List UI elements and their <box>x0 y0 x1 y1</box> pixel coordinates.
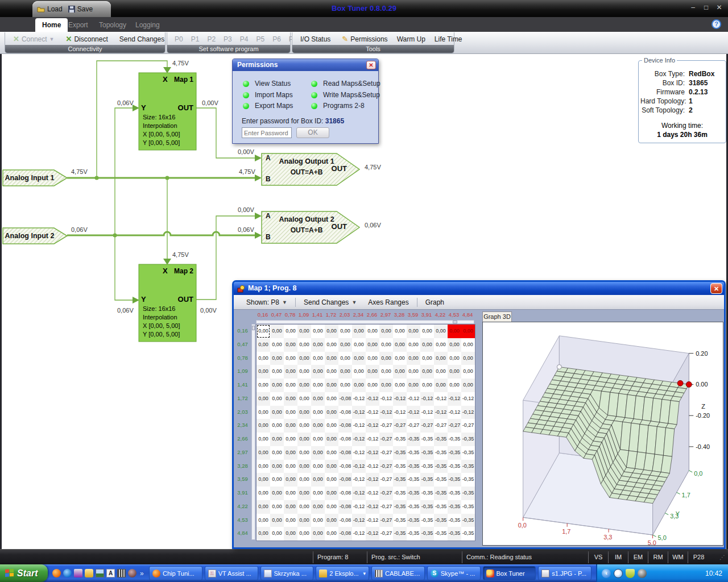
grid-cell[interactable]: -0,27 <box>393 419 407 433</box>
close-icon[interactable]: ✕ <box>366 61 376 69</box>
program-button-p2[interactable]: P2 <box>203 35 220 43</box>
grid-cell[interactable]: 0,00 <box>284 446 297 460</box>
grid-cell[interactable]: 0,00 <box>434 352 448 365</box>
grid-cell[interactable]: 0,00 <box>325 406 338 419</box>
grid-cell[interactable]: 0,00 <box>366 379 379 392</box>
grid-cell[interactable]: 0,00 <box>407 379 420 392</box>
grid-cell[interactable]: -0,27 <box>379 460 393 473</box>
grid-cell[interactable]: -0,35 <box>434 527 448 541</box>
analog-output-2-block[interactable]: A B Analog Output 2 OUT=A+B OUT <box>262 211 359 243</box>
grid-cell[interactable]: -0,12 <box>366 433 379 446</box>
grid-cell[interactable]: -0,35 <box>393 527 407 541</box>
grid-col-header[interactable]: 2,03 <box>338 311 351 319</box>
grid-cell[interactable]: -0,12 <box>352 487 366 500</box>
grid-cell[interactable]: -0,12 <box>352 527 366 541</box>
grid-cell[interactable]: -0,12 <box>420 406 434 419</box>
grid-cell[interactable]: -0,08 <box>338 446 352 460</box>
grid-col-header[interactable]: 4,53 <box>447 311 461 319</box>
grid-cell[interactable]: -0,12 <box>366 527 379 541</box>
grid-cell[interactable]: 0,00 <box>325 392 338 406</box>
grid-cell[interactable]: -0,35 <box>434 473 448 487</box>
grid-cell[interactable]: -0,35 <box>448 527 461 541</box>
grid-cell[interactable]: -0,08 <box>338 392 352 406</box>
connect-button[interactable]: ✕ Connect ▼ <box>9 35 59 43</box>
grid-cell[interactable]: 0,00 <box>325 487 338 500</box>
analog-output-1-block[interactable]: A B Analog Output 1 OUT=A+B OUT <box>262 153 359 185</box>
grid-cell[interactable]: -0,35 <box>448 473 461 487</box>
grid-cell[interactable]: 0,00 <box>325 325 338 338</box>
grid-cell[interactable]: 0,00 <box>284 365 297 379</box>
grid-cell[interactable]: 0,00 <box>257 446 270 460</box>
grid-cell[interactable]: -0,12 <box>379 392 393 406</box>
grid-cell[interactable]: -0,12 <box>352 419 366 433</box>
grid-cell[interactable]: -0,35 <box>420 487 434 500</box>
grid-cell[interactable]: 0,00 <box>420 325 434 338</box>
taskbar-button-skype[interactable]: Skype™ - ... <box>427 566 481 580</box>
grid-row-header[interactable]: 3,59 <box>234 472 251 486</box>
taskbar-button-image-viewer[interactable]: s1.JPG - P... <box>538 566 592 580</box>
grid-cell[interactable]: 0,00 <box>352 379 366 392</box>
grid-cell[interactable]: -0,12 <box>434 392 448 406</box>
grid-row-header[interactable]: 1,09 <box>234 364 251 378</box>
grid-cell[interactable]: 0,00 <box>325 433 338 446</box>
grid-cell[interactable]: 0,00 <box>311 325 325 338</box>
grid-cell[interactable]: 0,00 <box>325 419 338 433</box>
grid-cell[interactable]: -0,35 <box>461 473 475 487</box>
program-button-p3[interactable]: P3 <box>220 35 236 43</box>
grid-cell[interactable]: 0,00 <box>297 446 311 460</box>
minimize-icon[interactable]: – <box>689 3 697 12</box>
grid-cell[interactable]: -0,35 <box>407 514 420 527</box>
grid-cell[interactable]: -0,35 <box>420 460 434 473</box>
grid-cell[interactable]: 0,00 <box>311 446 325 460</box>
grid-cell[interactable]: 0,00 <box>434 325 448 338</box>
axes-ranges-button[interactable]: Axes Ranges <box>362 298 414 306</box>
grid-cell[interactable]: -0,35 <box>448 487 461 500</box>
grid-cell[interactable]: -0,08 <box>338 514 352 527</box>
grid-cell[interactable]: -0,35 <box>434 446 448 460</box>
grid-cell[interactable]: 0,00 <box>393 379 407 392</box>
grid-cell[interactable]: -0,27 <box>379 473 393 487</box>
grid-cell[interactable]: -0,12 <box>461 406 475 419</box>
grid-cell[interactable]: -0,27 <box>379 500 393 514</box>
grid-cell[interactable]: -0,35 <box>461 527 475 541</box>
grid-cell[interactable]: -0,35 <box>407 527 420 541</box>
movie-icon[interactable] <box>117 569 126 577</box>
grid-cell[interactable]: -0,27 <box>407 419 420 433</box>
grid-cell[interactable]: 0,00 <box>297 392 311 406</box>
grid-cell[interactable]: 0,00 <box>270 433 284 446</box>
grid-cell[interactable]: 0,00 <box>270 406 284 419</box>
grid-cell[interactable]: 0,00 <box>461 325 475 338</box>
grid-cell[interactable]: -0,08 <box>338 419 352 433</box>
grid-cell[interactable]: -0,35 <box>461 460 475 473</box>
grid-row-header[interactable]: 3,28 <box>234 459 251 473</box>
grid-cell[interactable]: -0,12 <box>448 406 461 419</box>
grid-cell[interactable]: 0,00 <box>257 487 270 500</box>
grid-col-header[interactable]: 3,28 <box>392 311 406 319</box>
grid-cell[interactable]: 0,00 <box>325 460 338 473</box>
grid-cell[interactable]: 0,00 <box>270 419 284 433</box>
grid-cell[interactable]: 0,00 <box>297 460 311 473</box>
grid-cell[interactable]: -0,27 <box>379 433 393 446</box>
grid-cell[interactable]: 0,00 <box>434 365 448 379</box>
media-player-icon[interactable] <box>63 569 72 577</box>
grid-cell[interactable]: 0,00 <box>284 527 297 541</box>
grid-cell[interactable]: 0,00 <box>257 325 270 338</box>
grid-row-header[interactable]: 4,84 <box>234 526 251 540</box>
grid-cell[interactable]: -0,35 <box>393 487 407 500</box>
grid-cell[interactable]: -0,12 <box>393 392 407 406</box>
grid-cell[interactable]: -0,27 <box>420 419 434 433</box>
grid-row-header[interactable]: 2,97 <box>234 446 251 459</box>
grid-cell[interactable]: -0,12 <box>393 406 407 419</box>
grid-cell[interactable]: 0,00 <box>338 352 352 365</box>
grid-cell[interactable]: 0,00 <box>420 338 434 352</box>
map1-block[interactable]: X Map 1 Y OUT Size: 16x16 Interpolation … <box>139 73 196 150</box>
grid-cell[interactable]: 0,00 <box>407 352 420 365</box>
vertical-axis-slider[interactable] <box>251 324 255 540</box>
grid-cell[interactable]: -0,35 <box>434 514 448 527</box>
grid-cell[interactable]: 0,00 <box>338 325 352 338</box>
grid-cell[interactable]: 0,00 <box>257 379 270 392</box>
collapse-chevron-icon[interactable] <box>602 569 611 578</box>
grid-cell[interactable]: -0,35 <box>407 460 420 473</box>
grid-cell[interactable]: -0,35 <box>448 514 461 527</box>
grid-cell[interactable]: 0,00 <box>284 325 297 338</box>
